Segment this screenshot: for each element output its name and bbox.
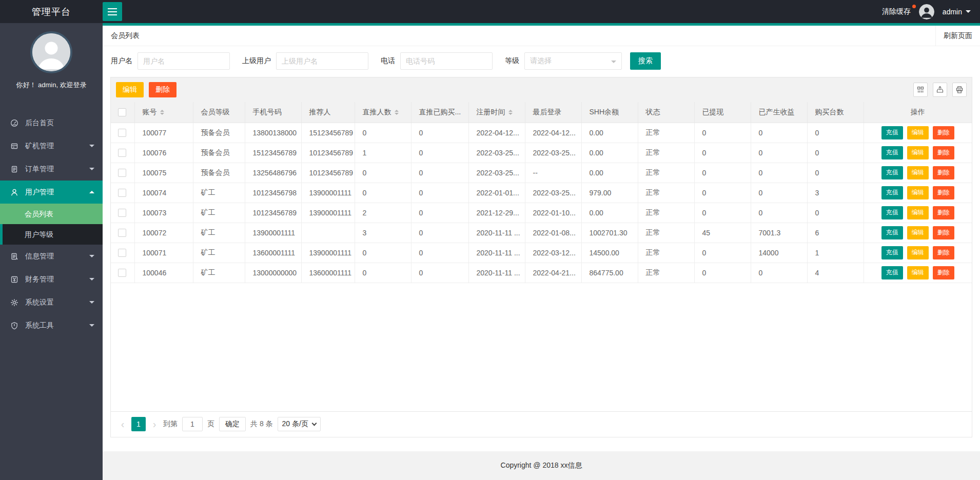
sidebar-item-home[interactable]: 后台首页 bbox=[0, 111, 103, 134]
edit-button[interactable]: 编辑 bbox=[116, 82, 144, 97]
recharge-button[interactable]: 充值 bbox=[881, 266, 903, 279]
sidebar-subitem-user-level[interactable]: 用户等级 bbox=[0, 224, 103, 245]
table-row: 100072矿工13900001111302020-11-11 ...2022-… bbox=[111, 223, 972, 243]
table-cell: 7001.3 bbox=[751, 223, 807, 243]
export-icon[interactable] bbox=[933, 83, 947, 97]
menu-toggle-button[interactable] bbox=[103, 2, 122, 21]
sidebar-item-miner[interactable]: 矿机管理 bbox=[0, 134, 103, 157]
breadcrumb: 会员列表 刷新页面 bbox=[103, 26, 980, 46]
table-row: 100071矿工1360000111113900001111002020-11-… bbox=[111, 243, 972, 263]
table-cell: 正常 bbox=[638, 243, 694, 263]
delete-button[interactable]: 删除 bbox=[149, 82, 177, 97]
recharge-button[interactable]: 充值 bbox=[881, 226, 903, 239]
row-delete-button[interactable]: 删除 bbox=[933, 126, 954, 139]
row-delete-button[interactable]: 删除 bbox=[933, 226, 954, 239]
table-cell: 13000000000 bbox=[245, 263, 301, 283]
columns-icon[interactable] bbox=[913, 83, 928, 97]
row-delete-button[interactable]: 删除 bbox=[933, 146, 954, 159]
column-header: 已提现 bbox=[694, 102, 751, 123]
goto-page-input[interactable] bbox=[182, 417, 203, 431]
sort-icon[interactable] bbox=[395, 108, 399, 117]
user-menu[interactable]: admin bbox=[943, 8, 971, 16]
table-cell: 0 bbox=[411, 243, 468, 263]
table-cell: -- bbox=[525, 163, 581, 183]
select-all-checkbox[interactable] bbox=[118, 108, 126, 116]
table-cell: 100075 bbox=[134, 163, 193, 183]
table-cell: 矿工 bbox=[193, 243, 245, 263]
sidebar-item-tools[interactable]: 系统工具 bbox=[0, 314, 103, 337]
table-cell: 1 bbox=[355, 143, 411, 163]
row-edit-button[interactable]: 编辑 bbox=[907, 266, 929, 279]
column-header: SHH余额 bbox=[581, 102, 638, 123]
recharge-button[interactable]: 充值 bbox=[881, 146, 903, 159]
sidebar-item-user[interactable]: 用户管理 bbox=[0, 181, 103, 204]
sidebar-item-info[interactable]: 信息管理 bbox=[0, 245, 103, 268]
sidebar-item-label: 系统工具 bbox=[25, 321, 54, 330]
parent-user-filter-input[interactable] bbox=[276, 52, 368, 70]
row-edit-button[interactable]: 编辑 bbox=[907, 206, 929, 219]
row-edit-button[interactable]: 编辑 bbox=[907, 146, 929, 159]
username-filter-input[interactable] bbox=[138, 52, 230, 70]
recharge-button[interactable]: 充值 bbox=[881, 126, 903, 139]
row-checkbox[interactable] bbox=[118, 189, 126, 197]
actions-cell: 充值编辑删除 bbox=[864, 123, 972, 143]
sort-icon[interactable] bbox=[508, 108, 513, 117]
row-checkbox[interactable] bbox=[118, 209, 126, 217]
row-checkbox[interactable] bbox=[118, 229, 126, 237]
row-delete-button[interactable]: 删除 bbox=[933, 246, 954, 259]
row-edit-button[interactable]: 编辑 bbox=[907, 226, 929, 239]
sidebar-item-settings[interactable]: 系统设置 bbox=[0, 291, 103, 314]
table-cell: 0 bbox=[411, 183, 468, 203]
table-row: 100074矿工1012345679813900001111002022-01-… bbox=[111, 183, 972, 203]
sidebar-item-order[interactable]: 订单管理 bbox=[0, 157, 103, 181]
next-page-button[interactable]: › bbox=[150, 419, 159, 429]
row-checkbox[interactable] bbox=[118, 169, 126, 177]
print-icon[interactable] bbox=[952, 83, 967, 97]
chevron-down-icon bbox=[89, 278, 94, 283]
recharge-button[interactable]: 充值 bbox=[881, 186, 903, 199]
row-edit-button[interactable]: 编辑 bbox=[907, 126, 929, 139]
row-checkbox[interactable] bbox=[118, 129, 126, 137]
table-cell: 正常 bbox=[638, 183, 694, 203]
search-button[interactable]: 搜索 bbox=[630, 52, 661, 70]
table-cell: 2022-04-12... bbox=[468, 123, 525, 143]
table-empty-space bbox=[111, 283, 972, 411]
row-delete-button[interactable]: 删除 bbox=[933, 186, 954, 199]
row-delete-button[interactable]: 删除 bbox=[933, 206, 954, 219]
table-cell: 预备会员 bbox=[193, 143, 245, 163]
recharge-button[interactable]: 充值 bbox=[881, 166, 903, 179]
page-number-active[interactable]: 1 bbox=[131, 417, 146, 431]
user-avatar-icon[interactable] bbox=[919, 4, 934, 19]
page-title: 会员列表 bbox=[103, 31, 140, 41]
username-label: admin bbox=[943, 8, 962, 16]
refresh-page-button[interactable]: 刷新页面 bbox=[935, 26, 980, 46]
column-header: 操作 bbox=[864, 102, 972, 123]
table-cell: 2020-11-11 ... bbox=[468, 223, 525, 243]
confirm-button[interactable]: 确定 bbox=[219, 417, 246, 431]
recharge-button[interactable]: 充值 bbox=[881, 246, 903, 259]
chevron-down-icon bbox=[611, 61, 616, 66]
level-filter-select[interactable]: 请选择 bbox=[524, 52, 622, 70]
row-checkbox[interactable] bbox=[118, 149, 126, 157]
row-edit-button[interactable]: 编辑 bbox=[907, 246, 929, 259]
page-size-select[interactable]: 20 条/页 bbox=[278, 417, 321, 431]
actions-cell: 充值编辑删除 bbox=[864, 223, 972, 243]
row-delete-button[interactable]: 删除 bbox=[933, 166, 954, 179]
sidebar-item-finance[interactable]: 财务管理 bbox=[0, 268, 103, 291]
row-checkbox[interactable] bbox=[118, 249, 126, 257]
table-cell: 矿工 bbox=[193, 203, 245, 223]
row-edit-button[interactable]: 编辑 bbox=[907, 186, 929, 199]
row-edit-button[interactable]: 编辑 bbox=[907, 166, 929, 179]
table-cell: 0 bbox=[411, 263, 468, 283]
recharge-button[interactable]: 充值 bbox=[881, 206, 903, 219]
row-checkbox[interactable] bbox=[118, 269, 126, 277]
sidebar-subitem-member-list[interactable]: 会员列表 bbox=[0, 204, 103, 224]
sort-icon[interactable] bbox=[160, 108, 164, 117]
prev-page-button[interactable]: ‹ bbox=[119, 419, 127, 429]
clear-cache-link[interactable]: 清除缓存 bbox=[882, 7, 911, 16]
table-cell: 2020-11-11 ... bbox=[468, 243, 525, 263]
phone-filter-input[interactable] bbox=[400, 52, 493, 70]
table-cell: 0 bbox=[694, 143, 751, 163]
row-delete-button[interactable]: 删除 bbox=[933, 266, 954, 279]
table-cell: 正常 bbox=[638, 203, 694, 223]
